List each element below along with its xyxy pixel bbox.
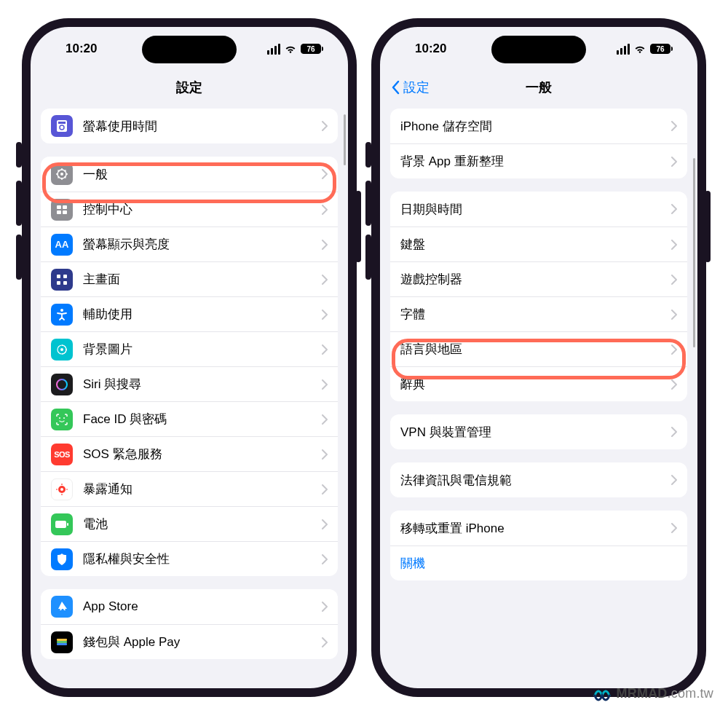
volume-down [16, 235, 22, 280]
phone-right-general: 10:20 76 設定 一般 iPhone 儲存空間背景 App 重新整理日期與… [371, 18, 706, 697]
row-general[interactable]: 一般 [41, 157, 338, 192]
svg-rect-12 [63, 281, 67, 285]
battery-icon: 76 [650, 44, 673, 54]
row-accessibility[interactable]: 輔助使用 [41, 296, 338, 331]
row-label: 主畫面 [83, 271, 322, 288]
svg-rect-25 [55, 521, 66, 528]
chevron-right-icon [671, 475, 677, 485]
row-faceid[interactable]: Face ID 與密碼 [41, 401, 338, 436]
row-iphone-storage[interactable]: iPhone 儲存空間 [390, 109, 687, 143]
watermark-logo-icon [593, 684, 612, 703]
home-icon [51, 269, 73, 291]
row-wallpaper[interactable]: 背景圖片 [41, 331, 338, 366]
volume-up [365, 181, 371, 226]
general-icon [51, 163, 73, 185]
row-label: 遊戲控制器 [400, 271, 671, 288]
row-label: 關機 [400, 555, 677, 572]
row-label: 螢幕使用時間 [83, 118, 322, 135]
volume-up [16, 181, 22, 226]
row-label: 日期與時間 [400, 201, 671, 218]
svg-rect-7 [57, 210, 61, 214]
chevron-right-icon [322, 310, 328, 320]
chevron-right-icon [322, 169, 328, 179]
row-battery[interactable]: 電池 [41, 506, 338, 541]
row-label: App Store [83, 599, 322, 614]
chevron-right-icon [322, 379, 328, 390]
row-display[interactable]: AA螢幕顯示與亮度 [41, 226, 338, 261]
settings-group: 一般控制中心AA螢幕顯示與亮度主畫面輔助使用背景圖片Siri 與搜尋Face I… [41, 157, 338, 576]
row-label: 辭典 [400, 376, 671, 393]
chevron-right-icon [671, 310, 677, 320]
volume-down [365, 235, 371, 280]
access-icon [51, 304, 73, 326]
row-label: SOS 緊急服務 [83, 446, 322, 462]
row-siri-search[interactable]: Siri 與搜尋 [41, 366, 338, 401]
chevron-left-icon [392, 80, 400, 95]
back-label: 設定 [403, 79, 430, 96]
back-button[interactable]: 設定 [392, 79, 430, 96]
row-date-time[interactable]: 日期與時間 [390, 192, 687, 226]
scroll-indicator [693, 158, 695, 347]
row-exposure[interactable]: 暴露通知 [41, 471, 338, 506]
page-title: 設定 [176, 79, 202, 96]
row-label: 語言與地區 [400, 341, 671, 358]
row-label: 控制中心 [83, 201, 322, 218]
privacy-icon [51, 548, 73, 570]
settings-group: 日期與時間鍵盤遊戲控制器字體語言與地區辭典 [390, 192, 687, 401]
chevron-right-icon [671, 523, 677, 533]
row-shutdown[interactable]: 關機 [390, 545, 687, 580]
row-dictionary[interactable]: 辭典 [390, 366, 687, 401]
battery-icon [51, 513, 73, 535]
chevron-right-icon [671, 240, 677, 250]
faceid-icon [51, 409, 73, 430]
row-label: 一般 [83, 166, 322, 183]
chevron-right-icon [322, 240, 328, 250]
chevron-right-icon [322, 554, 328, 564]
siri-icon [51, 374, 73, 395]
settings-group: 法律資訊與電信規範 [390, 462, 687, 497]
row-home-screen[interactable]: 主畫面 [41, 261, 338, 296]
svg-point-4 [60, 173, 63, 176]
row-legal[interactable]: 法律資訊與電信規範 [390, 462, 687, 497]
row-keyboard[interactable]: 鍵盤 [390, 226, 687, 261]
row-vpn-device[interactable]: VPN 與裝置管理 [390, 414, 687, 449]
wallpaper-icon [51, 339, 73, 361]
chevron-right-icon [671, 275, 677, 285]
control-icon [51, 199, 73, 221]
wifi-icon [633, 44, 646, 54]
svg-point-13 [60, 309, 63, 312]
chevron-right-icon [671, 204, 677, 214]
row-game-controller[interactable]: 遊戲控制器 [390, 261, 687, 296]
row-label: 法律資訊與電信規範 [400, 472, 671, 489]
chevron-right-icon [322, 275, 328, 285]
row-app-store[interactable]: App Store [41, 589, 338, 624]
svg-point-16 [57, 379, 67, 390]
svg-point-18 [63, 417, 65, 419]
row-label: 字體 [400, 306, 671, 323]
wifi-icon [284, 44, 297, 54]
row-privacy[interactable]: 隱私權與安全性 [41, 541, 338, 576]
row-language-region[interactable]: 語言與地區 [390, 331, 687, 366]
row-wallet[interactable]: 錢包與 Apple Pay [41, 624, 338, 659]
row-background-refresh[interactable]: 背景 App 重新整理 [390, 143, 687, 178]
scroll-indicator [344, 114, 346, 165]
svg-point-17 [59, 417, 60, 419]
row-transfer-reset[interactable]: 移轉或重置 iPhone [390, 511, 687, 545]
row-label: 電池 [83, 516, 322, 532]
wallet-icon [51, 631, 73, 653]
settings-group: iPhone 儲存空間背景 App 重新整理 [390, 109, 687, 178]
row-label: 鍵盤 [400, 236, 671, 253]
row-label: 暴露通知 [83, 481, 322, 497]
row-screen-time[interactable]: 螢幕使用時間 [41, 109, 338, 143]
watermark-brand: MRMAD [617, 686, 668, 701]
cellular-icon [267, 44, 280, 55]
chevron-right-icon [322, 205, 328, 215]
mute-switch [16, 142, 22, 168]
svg-rect-11 [57, 281, 60, 285]
row-control-center[interactable]: 控制中心 [41, 192, 338, 226]
watermark: MRMAD.com.tw [593, 684, 713, 703]
row-fonts[interactable]: 字體 [390, 296, 687, 331]
row-sos[interactable]: SOSSOS 緊急服務 [41, 436, 338, 471]
display-icon: AA [51, 234, 73, 256]
row-label: 隱私權與安全性 [83, 551, 322, 567]
